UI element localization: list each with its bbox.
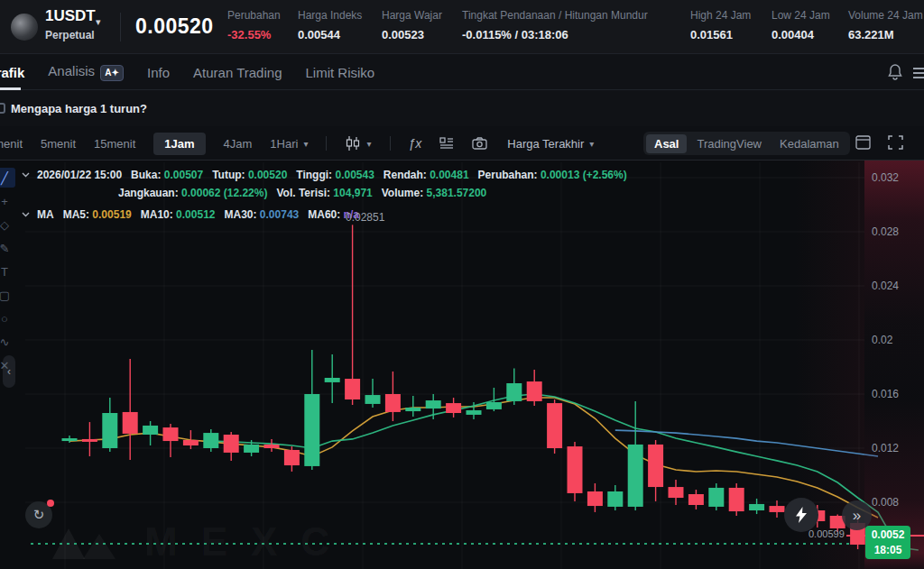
tab-analisis[interactable]: AnalisisA✦ bbox=[48, 63, 124, 80]
contract-header: 1USDT ▾ Perpetual 0.00520 Perubahan -32.… bbox=[0, 0, 924, 54]
drawing-tools-sidebar: ‹ ╱+◇✎T▢○∿✕ bbox=[0, 161, 25, 569]
coin-logo bbox=[11, 14, 38, 41]
ai-badge-icon: A✦ bbox=[100, 65, 124, 81]
quick-order-button[interactable] bbox=[784, 498, 818, 532]
chevron-down-icon[interactable]: ▾ bbox=[96, 16, 101, 28]
lightning-icon bbox=[795, 507, 808, 523]
stat-change: Perubahan -32.55% bbox=[227, 9, 281, 41]
timeframe-1menit[interactable]: 1menit bbox=[0, 137, 23, 151]
scroll-to-latest-button[interactable]: » bbox=[842, 500, 872, 530]
view-asal[interactable]: Asal bbox=[646, 134, 687, 153]
chevron-down-icon[interactable]: ▾ bbox=[589, 139, 594, 149]
banner-question-link[interactable]: Mengapa harga 1 turun? bbox=[11, 102, 147, 115]
header-divider bbox=[120, 13, 121, 41]
last-price-badge: 0.0052 18:05 bbox=[865, 526, 910, 559]
news-banner: Mengapa harga 1 turun? bbox=[0, 90, 924, 126]
stat-volume-24h: Volume 24 Jam 63.221M bbox=[848, 9, 923, 41]
stat-fair-price: Harga Wajar 0.00523 bbox=[382, 9, 442, 41]
draw-tool-icon[interactable]: ╱ bbox=[0, 168, 15, 188]
view-kedalaman[interactable]: Kedalaman bbox=[772, 134, 847, 153]
banner-icon bbox=[0, 103, 5, 114]
notification-dot bbox=[47, 500, 54, 507]
timeframe-15menit[interactable]: 15menit bbox=[94, 137, 135, 151]
stat-low-24h: Low 24 Jam 0.00404 bbox=[772, 9, 830, 41]
panel-layout-icon[interactable] bbox=[855, 135, 871, 153]
tab-limit-risiko[interactable]: Limit Risiko bbox=[305, 65, 374, 80]
layout-grid-icon[interactable] bbox=[439, 137, 454, 150]
stat-index-price: Harga Indeks 0.00544 bbox=[298, 9, 362, 41]
y-axis-tick: 0.016 bbox=[872, 388, 899, 400]
draw-tool-icon[interactable]: ✕ bbox=[0, 355, 15, 375]
stat-high-24h: High 24 Jam 0.01561 bbox=[690, 9, 751, 41]
timeframe-4jam[interactable]: 4Jam bbox=[224, 137, 253, 151]
y-axis-tick: 0.028 bbox=[872, 225, 899, 238]
trading-app: 1USDT ▾ Perpetual 0.00520 Perubahan -32.… bbox=[0, 0, 924, 569]
stat-funding-countdown: Tingkat Pendanaan / Hitungan Mundur -0.0… bbox=[462, 9, 648, 41]
camera-snapshot-icon[interactable] bbox=[472, 137, 487, 150]
price-type-dropdown[interactable]: Harga Terakhir bbox=[507, 137, 584, 151]
badge-price: 0.0052 bbox=[872, 528, 905, 543]
draw-tool-icon[interactable]: ○ bbox=[0, 308, 15, 328]
menu-icon[interactable] bbox=[913, 65, 924, 81]
section-tabbar: Grafik AnalisisA✦ Info Aturan Trading Li… bbox=[0, 54, 924, 90]
candlestick-chart[interactable]: MEXC 0.0320.0280.0240.020.0160.0120.008 … bbox=[0, 161, 924, 569]
y-axis-tick: 0.02 bbox=[872, 334, 892, 346]
timeframe-1jam[interactable]: 1Jam bbox=[153, 133, 205, 155]
ma-legend-row: MAMA5: 0.00519MA10: 0.00512MA30: 0.00743… bbox=[22, 208, 359, 221]
indicators-fx-icon[interactable]: ƒx bbox=[409, 136, 422, 151]
view-tradingview[interactable]: TradingView bbox=[688, 134, 770, 153]
collapse-chevron-icon[interactable] bbox=[22, 172, 30, 178]
y-axis-tick: 0.024 bbox=[872, 280, 899, 292]
badge-time: 18:05 bbox=[874, 543, 902, 558]
chart-toolbar: 1menit 5menit 15menit 1Jam 4Jam 1Hari ▾ … bbox=[0, 126, 924, 161]
toolbar-divider bbox=[390, 136, 391, 151]
market-type-label: Perpetual bbox=[45, 29, 95, 41]
y-axis-tick: 0.008 bbox=[872, 496, 899, 509]
tab-grafik[interactable]: Grafik bbox=[0, 65, 24, 80]
timeframe-1hari[interactable]: 1Hari bbox=[270, 137, 298, 151]
candle-style-icon[interactable] bbox=[345, 136, 361, 151]
y-axis-tick: 0.012 bbox=[872, 442, 899, 454]
ohlc-legend-row1: 2026/01/22 15:00Buka: 0.00507Tutup: 0.00… bbox=[22, 169, 627, 181]
last-price: 0.00520 bbox=[135, 14, 214, 39]
tabs: Grafik AnalisisA✦ Info Aturan Trading Li… bbox=[0, 54, 374, 90]
tab-aturan-trading[interactable]: Aturan Trading bbox=[193, 65, 282, 80]
draw-tool-icon[interactable]: ◇ bbox=[0, 215, 15, 234]
chevron-down-icon[interactable]: ▾ bbox=[366, 139, 371, 149]
draw-tool-icon[interactable]: + bbox=[0, 191, 15, 211]
chevron-down-icon[interactable]: ▾ bbox=[303, 139, 308, 149]
draw-tool-icon[interactable]: ∿ bbox=[0, 332, 15, 352]
timeframe-row: 1menit 5menit 15menit 1Jam 4Jam 1Hari ▾ … bbox=[0, 126, 594, 161]
chart-view-switch: Asal TradingView Kedalaman bbox=[643, 132, 850, 155]
collapse-chevron-icon[interactable] bbox=[22, 212, 30, 217]
notification-bell-icon[interactable] bbox=[886, 63, 904, 81]
timeframe-5menit[interactable]: 5menit bbox=[41, 137, 76, 151]
symbol-name[interactable]: 1USDT bbox=[45, 7, 96, 25]
draw-tool-icon[interactable]: T bbox=[0, 262, 15, 281]
spike-price-label: 0.02851 bbox=[346, 211, 384, 224]
draw-tool-icon[interactable]: ▢ bbox=[0, 285, 15, 305]
fullscreen-expand-icon[interactable] bbox=[888, 135, 903, 153]
ohlc-legend-row2: Jangkauan: 0.00062 (12.22%)Vol. Terisi: … bbox=[118, 187, 486, 199]
tab-info[interactable]: Info bbox=[147, 65, 170, 80]
toolbar-divider bbox=[326, 136, 327, 151]
draw-tool-icon[interactable]: ✎ bbox=[0, 238, 15, 258]
support-price-label: 0.00599 bbox=[808, 528, 845, 539]
y-axis-tick: 0.032 bbox=[872, 171, 899, 184]
